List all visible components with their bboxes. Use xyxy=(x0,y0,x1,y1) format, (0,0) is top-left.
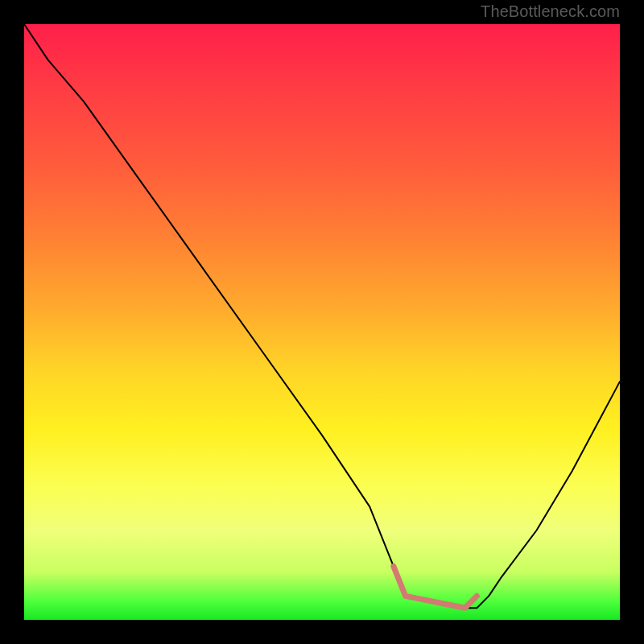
bottleneck-curve-path xyxy=(24,24,620,608)
flat-minimum-path xyxy=(394,566,477,608)
chart-frame: TheBottleneck.com xyxy=(0,0,644,644)
plot-area xyxy=(24,24,620,620)
watermark-label: TheBottleneck.com xyxy=(481,2,620,21)
curve-svg xyxy=(24,24,620,620)
